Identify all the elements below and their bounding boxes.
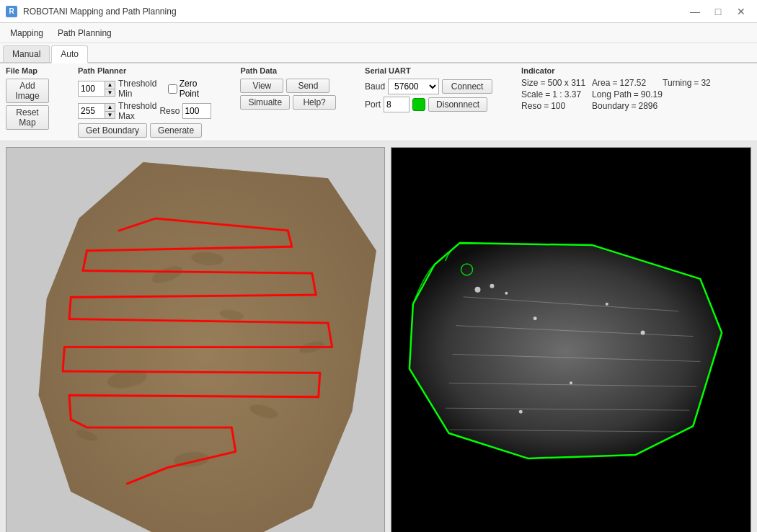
file-map-row1: Add Image: [6, 79, 49, 103]
indicator-row2: Scale = 1 : 3.37 Long Path = 90.19: [521, 89, 752, 99]
boundary-indicator: Boundary = 2896: [592, 101, 658, 111]
right-canvas-svg: [391, 148, 751, 532]
serial-uart-title: Serial UART: [365, 66, 492, 75]
threshold-min-up[interactable]: ▲: [105, 81, 115, 89]
port-row: Port Disonnnect: [365, 97, 492, 112]
app-icon: R: [6, 6, 17, 17]
zero-point-checkbox[interactable]: [168, 84, 177, 94]
long-path-value: 90.19: [641, 89, 663, 99]
svg-point-25: [519, 410, 523, 414]
help-button[interactable]: Help?: [293, 95, 336, 110]
threshold-min-input[interactable]: [79, 81, 105, 96]
menu-mapping[interactable]: Mapping: [3, 25, 50, 41]
baud-row: Baud 57600 9600 19200 38400 115200 Conne…: [365, 79, 492, 94]
area-indicator: Area = 127.52: [592, 78, 657, 88]
reso-indicator: Reso = 100: [521, 101, 586, 111]
baud-label: Baud: [365, 81, 385, 92]
title-bar: R ROBOTANI Mapping and Path Planning — □…: [0, 0, 757, 23]
close-button[interactable]: ✕: [731, 4, 751, 19]
path-data-row1: View Send: [240, 79, 336, 93]
svg-point-21: [534, 316, 537, 320]
connect-button[interactable]: Connect: [442, 79, 492, 94]
path-planner-title: Path Planner: [78, 66, 211, 75]
generate-button[interactable]: Generate: [150, 123, 202, 138]
svg-point-19: [490, 284, 494, 288]
reso-value: 100: [551, 101, 565, 111]
svg-point-24: [570, 381, 572, 384]
scale-value: 1 : 3.37: [552, 89, 581, 99]
tabs-bar: Manual Auto: [0, 43, 757, 63]
port-input[interactable]: [384, 97, 410, 112]
tab-manual[interactable]: Manual: [3, 45, 50, 62]
path-data-title: Path Data: [240, 66, 336, 75]
file-map-section: File Map Add Image Reset Map: [6, 66, 49, 130]
area-value: 127.52: [619, 78, 646, 88]
left-canvas-svg: [6, 148, 384, 532]
boundary-value: 2896: [639, 101, 658, 111]
indicator-title: Indicator: [521, 66, 752, 75]
long-path-label: Long Path: [592, 89, 632, 99]
menu-path-planning[interactable]: Path Planning: [50, 25, 119, 41]
simulate-button[interactable]: Simualte: [240, 95, 290, 110]
left-canvas: [6, 147, 385, 532]
add-image-button[interactable]: Add Image: [6, 79, 49, 103]
baud-select[interactable]: 57600 9600 19200 38400 115200: [388, 79, 439, 94]
indicator-section: Indicator Size = 500 x 311 Area = 127.52…: [521, 66, 752, 111]
disconnect-button[interactable]: Disonnnect: [428, 97, 487, 112]
threshold-max-down[interactable]: ▼: [105, 112, 115, 119]
turning-label: Turning: [663, 78, 691, 88]
path-planner-section: Path Planner ▲ ▼ Threshold Min Zero Poin…: [78, 66, 211, 138]
size-label: Size: [521, 78, 538, 88]
scale-indicator: Scale = 1 : 3.37: [521, 89, 586, 99]
view-button[interactable]: View: [240, 79, 283, 93]
threshold-min-row: ▲ ▼ Threshold Min Zero Point: [78, 79, 211, 99]
boundary-row: Get Boundary Generate: [78, 123, 211, 138]
right-canvas: [391, 147, 751, 532]
threshold-min-down[interactable]: ▼: [105, 89, 115, 97]
toolbar: File Map Add Image Reset Map Path Planne…: [0, 63, 757, 141]
svg-point-23: [641, 331, 645, 335]
threshold-max-up[interactable]: ▲: [105, 104, 115, 112]
svg-point-22: [606, 303, 608, 306]
svg-point-20: [505, 292, 508, 295]
menu-bar: Mapping Path Planning: [0, 23, 757, 43]
scale-label: Scale: [521, 89, 543, 99]
window-controls: — □ ✕: [685, 4, 751, 19]
minimize-button[interactable]: —: [685, 4, 705, 19]
turning-indicator: Turning = 32: [663, 78, 727, 88]
main-content: [0, 141, 757, 532]
reso-label-ind: Reso: [521, 101, 541, 111]
svg-marker-11: [410, 243, 722, 458]
threshold-min-spin-btns: ▲ ▼: [105, 81, 115, 96]
title-bar-left: R ROBOTANI Mapping and Path Planning: [6, 6, 177, 17]
reset-map-button[interactable]: Reset Map: [6, 105, 49, 130]
zero-point-label[interactable]: Zero Point: [168, 79, 212, 99]
reso-label-pp: Reso: [159, 106, 180, 116]
threshold-max-row: ▲ ▼ Threshold Max Reso: [78, 101, 211, 121]
file-map-row2: Reset Map: [6, 105, 49, 130]
file-map-title: File Map: [6, 66, 49, 75]
svg-point-18: [475, 287, 481, 293]
boundary-label: Boundary: [592, 101, 629, 111]
path-data-row2: Simualte Help?: [240, 95, 336, 110]
maximize-button[interactable]: □: [708, 4, 728, 19]
reso-input-pp[interactable]: [182, 103, 211, 119]
threshold-max-input[interactable]: [79, 104, 105, 118]
turning-value: 32: [701, 78, 710, 88]
window-title: ROBOTANI Mapping and Path Planning: [23, 6, 177, 17]
threshold-min-label: Threshold Min: [118, 79, 165, 99]
threshold-min-spinner[interactable]: ▲ ▼: [78, 81, 115, 97]
indicator-row1: Size = 500 x 311 Area = 127.52 Turning =…: [521, 78, 752, 88]
path-data-section: Path Data View Send Simualte Help?: [240, 66, 336, 110]
get-boundary-button[interactable]: Get Boundary: [78, 123, 147, 138]
threshold-max-label: Threshold Max: [118, 101, 156, 121]
send-button[interactable]: Send: [286, 79, 329, 93]
status-led: [412, 98, 425, 111]
size-value: 500 x 311: [547, 78, 585, 88]
serial-uart-section: Serial UART Baud 57600 9600 19200 38400 …: [365, 66, 492, 112]
tab-auto[interactable]: Auto: [51, 45, 88, 63]
long-path-indicator: Long Path = 90.19: [592, 89, 663, 99]
indicator-row3: Reso = 100 Boundary = 2896: [521, 101, 752, 111]
threshold-max-spinner[interactable]: ▲ ▼: [78, 103, 115, 119]
threshold-max-spin-btns: ▲ ▼: [105, 104, 115, 118]
